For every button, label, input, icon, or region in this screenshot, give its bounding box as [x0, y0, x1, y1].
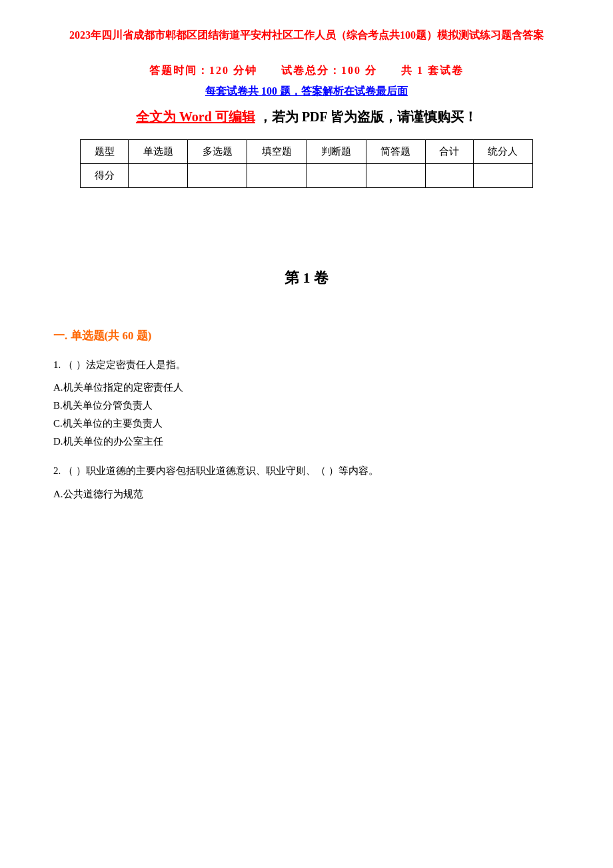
col-header-type: 题型	[81, 139, 129, 163]
notice2-part1: 全文为 Word 可编辑	[136, 109, 255, 124]
col-header-single: 单选题	[129, 139, 188, 163]
score-judge	[306, 163, 366, 187]
col-header-short: 简答题	[366, 139, 425, 163]
notice2-line: 全文为 Word 可编辑 ，若为 PDF 皆为盗版，请谨慎购买！	[53, 108, 560, 126]
main-title: 2023年四川省成都市郫都区团结街道平安村社区工作人员（综合考点共100题）模拟…	[53, 27, 560, 44]
divider-space	[53, 201, 560, 255]
time-label: 答题时间：120 分钟	[149, 65, 257, 76]
question-1-option-d: D.机关单位的办公室主任	[53, 433, 560, 451]
question-1-option-c: C.机关单位的主要负责人	[53, 415, 560, 433]
exam-info-line: 答题时间：120 分钟 试卷总分：100 分 共 1 套试卷	[53, 64, 560, 78]
question-2-content: （ ）职业道德的主要内容包括职业道德意识、职业守则、（ ）等内容。	[63, 465, 378, 476]
question-2-options: A.公共道德行为规范	[53, 485, 560, 503]
sets-label: 共 1 套试卷	[401, 65, 464, 76]
score-total	[425, 163, 473, 187]
title-section: 2023年四川省成都市郫都区团结街道平安村社区工作人员（综合考点共100题）模拟…	[53, 27, 560, 44]
col-header-scorer: 统分人	[473, 139, 532, 163]
score-table: 题型 单选题 多选题 填空题 判断题 简答题 合计 统分人 得分	[80, 139, 533, 188]
score-table-data-row: 得分	[81, 163, 533, 187]
score-table-header-row: 题型 单选题 多选题 填空题 判断题 简答题 合计 统分人	[81, 139, 533, 163]
col-header-multi: 多选题	[188, 139, 247, 163]
col-header-fill: 填空题	[247, 139, 306, 163]
volume-title: 第 1 卷	[53, 268, 560, 288]
question-1-option-a: A.机关单位指定的定密责任人	[53, 379, 560, 397]
notice2-part2: ，若为 PDF 皆为盗版，请谨慎购买！	[259, 109, 477, 124]
question-2-text: 2. （ ）职业道德的主要内容包括职业道德意识、职业守则、（ ）等内容。	[53, 463, 560, 480]
notice1-text: 每套试卷共 100 题，答案解析在试卷最后面	[205, 85, 408, 97]
notice1-line: 每套试卷共 100 题，答案解析在试卷最后面	[53, 85, 560, 99]
section1-title: 一. 单选题(共 60 题)	[53, 328, 560, 343]
question-1-text: 1. （ ）法定定密责任人是指。	[53, 357, 560, 374]
score-single	[129, 163, 188, 187]
question-2-block: 2. （ ）职业道德的主要内容包括职业道德意识、职业守则、（ ）等内容。 A.公…	[53, 463, 560, 503]
col-header-judge: 判断题	[306, 139, 366, 163]
score-fill	[247, 163, 306, 187]
question-1-options: A.机关单位指定的定密责任人 B.机关单位分管负责人 C.机关单位的主要负责人 …	[53, 379, 560, 451]
question-2-number: 2.	[53, 465, 61, 476]
total-score-label: 试卷总分：100 分	[281, 65, 377, 76]
row-label-score: 得分	[81, 163, 129, 187]
score-short	[366, 163, 425, 187]
score-multi	[188, 163, 247, 187]
question-2-option-a: A.公共道德行为规范	[53, 485, 560, 503]
col-header-total: 合计	[425, 139, 473, 163]
question-1-option-b: B.机关单位分管负责人	[53, 397, 560, 415]
question-1-block: 1. （ ）法定定密责任人是指。 A.机关单位指定的定密责任人 B.机关单位分管…	[53, 357, 560, 451]
question-1-content: （ ）法定定密责任人是指。	[63, 359, 186, 370]
score-scorer	[473, 163, 532, 187]
question-1-number: 1.	[53, 359, 61, 370]
